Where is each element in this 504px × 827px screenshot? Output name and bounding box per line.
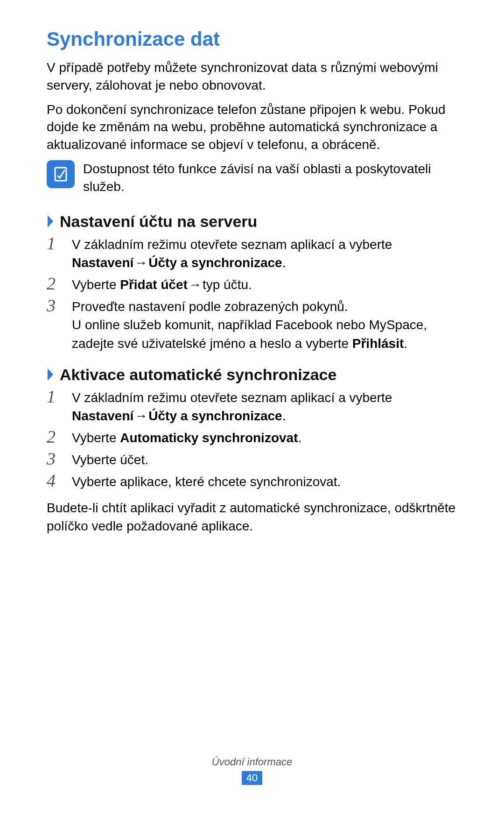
arrow-icon: → <box>133 254 148 272</box>
steps-list-1: 1 V základním režimu otevřete seznam apl… <box>47 235 457 353</box>
chevron-right-icon <box>47 214 55 228</box>
step-row: 1 V základním režimu otevřete seznam apl… <box>47 389 457 425</box>
step-text: Vyberte Automaticky synchronizovat. <box>72 429 457 447</box>
step-row: 2 Vyberte Automaticky synchronizovat. <box>47 429 457 447</box>
page-title: Synchronizace dat <box>47 28 457 50</box>
svg-rect-0 <box>55 168 66 181</box>
step-number: 3 <box>47 297 62 314</box>
section-heading-auto-sync: Aktivace automatické synchronizace <box>47 366 457 384</box>
section-title-text: Aktivace automatické synchronizace <box>60 366 336 384</box>
intro-paragraph-2: Po dokončení synchronizace telefon zůsta… <box>47 101 457 154</box>
text-run: . <box>298 431 301 445</box>
step-row: 3 Vyberte účet. <box>47 451 457 469</box>
step-row: 3 Proveďte nastavení podle zobrazených p… <box>47 297 457 353</box>
note-callout: Dostupnost této funkce závisí na vaší ob… <box>47 160 457 196</box>
text-run: typ účtu. <box>203 277 252 292</box>
step-number: 2 <box>47 428 62 445</box>
bold-run: Přidat účet <box>120 277 188 292</box>
step-text: Vyberte Přidat účet → typ účtu. <box>72 276 457 294</box>
intro-paragraph-1: V případě potřeby můžete synchronizovat … <box>47 59 457 94</box>
closing-paragraph: Budete-li chtít aplikaci vyřadit z autom… <box>47 499 457 535</box>
chevron-right-icon <box>47 368 55 382</box>
arrow-icon: → <box>133 407 148 425</box>
footer-section-label: Úvodní informace <box>0 756 504 768</box>
step-number: 3 <box>47 450 62 467</box>
step-row: 1 V základním režimu otevřete seznam apl… <box>47 235 457 272</box>
step-number: 1 <box>47 234 62 252</box>
bold-run: Přihlásit <box>352 336 404 351</box>
page-number-badge: 40 <box>242 771 262 785</box>
step-number: 2 <box>47 275 62 292</box>
note-text: Dostupnost této funkce závisí na vaší ob… <box>83 160 457 196</box>
steps-list-2: 1 V základním režimu otevřete seznam apl… <box>47 389 457 491</box>
step-text: Vyberte aplikace, které chcete synchroni… <box>72 473 457 491</box>
step-number: 4 <box>47 472 62 489</box>
bold-run: Nastavení <box>72 409 133 423</box>
text-run: V základním režimu otevřete seznam aplik… <box>72 390 392 405</box>
section-heading-account-setup: Nastavení účtu na serveru <box>47 212 457 231</box>
section-title-text: Nastavení účtu na serveru <box>60 212 257 231</box>
bold-run: Automaticky synchronizovat <box>120 431 298 445</box>
text-run: V základním režimu otevřete seznam aplik… <box>72 237 392 252</box>
arrow-icon: → <box>188 276 203 294</box>
step-row: 4 Vyberte aplikace, které chcete synchro… <box>47 473 457 491</box>
manual-page: Synchronizace dat V případě potřeby může… <box>0 0 504 827</box>
text-run: . <box>282 409 286 423</box>
step-number: 1 <box>47 388 62 405</box>
text-run: Vyberte <box>72 431 120 445</box>
note-icon <box>47 160 75 188</box>
bold-run: Účty a synchronizace <box>148 409 282 423</box>
bold-run: Účty a synchronizace <box>148 255 282 270</box>
step-row: 2 Vyberte Přidat účet → typ účtu. <box>47 276 457 294</box>
text-run: Vyberte <box>72 277 120 292</box>
text-run: . <box>404 336 407 351</box>
step-text: Proveďte nastavení podle zobrazených pok… <box>72 297 457 353</box>
page-footer: Úvodní informace 40 <box>0 756 504 785</box>
text-run: . <box>282 255 286 270</box>
step-text: Vyberte účet. <box>72 451 457 469</box>
step-text: V základním režimu otevřete seznam aplik… <box>72 389 457 425</box>
step-text: V základním režimu otevřete seznam aplik… <box>72 235 457 272</box>
bold-run: Nastavení <box>72 255 133 270</box>
text-run: Proveďte nastavení podle zobrazených pok… <box>72 299 348 314</box>
